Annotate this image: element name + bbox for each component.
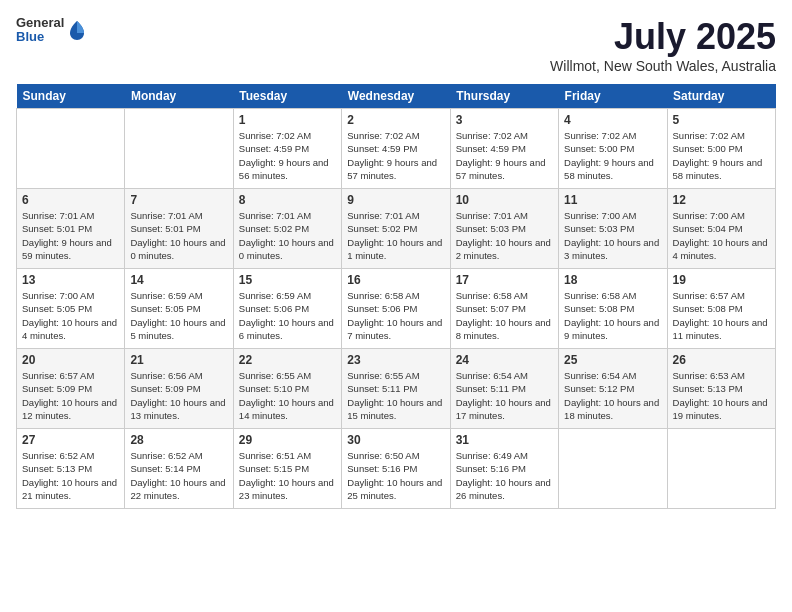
day-number: 7 — [130, 193, 227, 207]
day-number: 16 — [347, 273, 444, 287]
day-info: Sunrise: 7:02 AM Sunset: 5:00 PM Dayligh… — [673, 129, 770, 182]
calendar-cell: 3 Sunrise: 7:02 AM Sunset: 4:59 PM Dayli… — [450, 109, 558, 189]
page-header: General Blue July 2025 Willmot, New Sout… — [16, 16, 776, 74]
day-info: Sunrise: 6:49 AM Sunset: 5:16 PM Dayligh… — [456, 449, 553, 502]
calendar-week-1: 1 Sunrise: 7:02 AM Sunset: 4:59 PM Dayli… — [17, 109, 776, 189]
calendar-table: SundayMondayTuesdayWednesdayThursdayFrid… — [16, 84, 776, 509]
day-info: Sunrise: 7:00 AM Sunset: 5:03 PM Dayligh… — [564, 209, 661, 262]
day-number: 30 — [347, 433, 444, 447]
day-number: 6 — [22, 193, 119, 207]
month-year-title: July 2025 — [550, 16, 776, 58]
day-info: Sunrise: 6:50 AM Sunset: 5:16 PM Dayligh… — [347, 449, 444, 502]
day-info: Sunrise: 7:01 AM Sunset: 5:02 PM Dayligh… — [347, 209, 444, 262]
day-info: Sunrise: 7:00 AM Sunset: 5:04 PM Dayligh… — [673, 209, 770, 262]
calendar-week-4: 20 Sunrise: 6:57 AM Sunset: 5:09 PM Dayl… — [17, 349, 776, 429]
day-number: 4 — [564, 113, 661, 127]
day-info: Sunrise: 7:01 AM Sunset: 5:02 PM Dayligh… — [239, 209, 336, 262]
calendar-cell: 17 Sunrise: 6:58 AM Sunset: 5:07 PM Dayl… — [450, 269, 558, 349]
day-number: 3 — [456, 113, 553, 127]
day-info: Sunrise: 6:52 AM Sunset: 5:13 PM Dayligh… — [22, 449, 119, 502]
day-info: Sunrise: 7:01 AM Sunset: 5:01 PM Dayligh… — [130, 209, 227, 262]
day-number: 13 — [22, 273, 119, 287]
day-info: Sunrise: 7:02 AM Sunset: 4:59 PM Dayligh… — [347, 129, 444, 182]
day-number: 19 — [673, 273, 770, 287]
day-number: 17 — [456, 273, 553, 287]
day-header-tuesday: Tuesday — [233, 84, 341, 109]
day-info: Sunrise: 7:01 AM Sunset: 5:03 PM Dayligh… — [456, 209, 553, 262]
day-info: Sunrise: 6:54 AM Sunset: 5:12 PM Dayligh… — [564, 369, 661, 422]
logo: General Blue — [16, 16, 86, 45]
calendar-cell: 23 Sunrise: 6:55 AM Sunset: 5:11 PM Dayl… — [342, 349, 450, 429]
day-info: Sunrise: 6:57 AM Sunset: 5:09 PM Dayligh… — [22, 369, 119, 422]
calendar-cell: 9 Sunrise: 7:01 AM Sunset: 5:02 PM Dayli… — [342, 189, 450, 269]
calendar-cell: 24 Sunrise: 6:54 AM Sunset: 5:11 PM Dayl… — [450, 349, 558, 429]
day-number: 11 — [564, 193, 661, 207]
day-info: Sunrise: 6:52 AM Sunset: 5:14 PM Dayligh… — [130, 449, 227, 502]
day-header-saturday: Saturday — [667, 84, 775, 109]
day-number: 10 — [456, 193, 553, 207]
calendar-cell: 6 Sunrise: 7:01 AM Sunset: 5:01 PM Dayli… — [17, 189, 125, 269]
title-section: July 2025 Willmot, New South Wales, Aust… — [550, 16, 776, 74]
day-info: Sunrise: 7:02 AM Sunset: 5:00 PM Dayligh… — [564, 129, 661, 182]
calendar-cell: 2 Sunrise: 7:02 AM Sunset: 4:59 PM Dayli… — [342, 109, 450, 189]
calendar-cell: 31 Sunrise: 6:49 AM Sunset: 5:16 PM Dayl… — [450, 429, 558, 509]
day-number: 21 — [130, 353, 227, 367]
day-number: 29 — [239, 433, 336, 447]
calendar-cell: 27 Sunrise: 6:52 AM Sunset: 5:13 PM Dayl… — [17, 429, 125, 509]
day-number: 26 — [673, 353, 770, 367]
calendar-cell — [559, 429, 667, 509]
day-number: 8 — [239, 193, 336, 207]
day-info: Sunrise: 6:59 AM Sunset: 5:06 PM Dayligh… — [239, 289, 336, 342]
day-header-monday: Monday — [125, 84, 233, 109]
day-number: 12 — [673, 193, 770, 207]
day-info: Sunrise: 6:57 AM Sunset: 5:08 PM Dayligh… — [673, 289, 770, 342]
calendar-cell — [667, 429, 775, 509]
day-number: 24 — [456, 353, 553, 367]
calendar-cell: 13 Sunrise: 7:00 AM Sunset: 5:05 PM Dayl… — [17, 269, 125, 349]
calendar-cell: 12 Sunrise: 7:00 AM Sunset: 5:04 PM Dayl… — [667, 189, 775, 269]
day-info: Sunrise: 7:01 AM Sunset: 5:01 PM Dayligh… — [22, 209, 119, 262]
calendar-cell: 15 Sunrise: 6:59 AM Sunset: 5:06 PM Dayl… — [233, 269, 341, 349]
logo-text: General Blue — [16, 16, 64, 45]
day-info: Sunrise: 6:58 AM Sunset: 5:07 PM Dayligh… — [456, 289, 553, 342]
day-number: 2 — [347, 113, 444, 127]
calendar-cell: 22 Sunrise: 6:55 AM Sunset: 5:10 PM Dayl… — [233, 349, 341, 429]
day-info: Sunrise: 7:02 AM Sunset: 4:59 PM Dayligh… — [239, 129, 336, 182]
day-info: Sunrise: 6:55 AM Sunset: 5:11 PM Dayligh… — [347, 369, 444, 422]
day-number: 22 — [239, 353, 336, 367]
day-number: 31 — [456, 433, 553, 447]
logo-general: General — [16, 16, 64, 30]
day-number: 14 — [130, 273, 227, 287]
calendar-cell: 28 Sunrise: 6:52 AM Sunset: 5:14 PM Dayl… — [125, 429, 233, 509]
day-info: Sunrise: 6:56 AM Sunset: 5:09 PM Dayligh… — [130, 369, 227, 422]
calendar-header-row: SundayMondayTuesdayWednesdayThursdayFrid… — [17, 84, 776, 109]
day-number: 15 — [239, 273, 336, 287]
day-number: 28 — [130, 433, 227, 447]
day-info: Sunrise: 6:54 AM Sunset: 5:11 PM Dayligh… — [456, 369, 553, 422]
day-info: Sunrise: 6:58 AM Sunset: 5:08 PM Dayligh… — [564, 289, 661, 342]
calendar-week-5: 27 Sunrise: 6:52 AM Sunset: 5:13 PM Dayl… — [17, 429, 776, 509]
day-number: 27 — [22, 433, 119, 447]
day-info: Sunrise: 6:55 AM Sunset: 5:10 PM Dayligh… — [239, 369, 336, 422]
day-info: Sunrise: 7:02 AM Sunset: 4:59 PM Dayligh… — [456, 129, 553, 182]
day-number: 23 — [347, 353, 444, 367]
calendar-cell: 7 Sunrise: 7:01 AM Sunset: 5:01 PM Dayli… — [125, 189, 233, 269]
calendar-cell: 20 Sunrise: 6:57 AM Sunset: 5:09 PM Dayl… — [17, 349, 125, 429]
logo-icon — [68, 19, 86, 41]
calendar-cell: 11 Sunrise: 7:00 AM Sunset: 5:03 PM Dayl… — [559, 189, 667, 269]
calendar-cell: 18 Sunrise: 6:58 AM Sunset: 5:08 PM Dayl… — [559, 269, 667, 349]
calendar-cell: 4 Sunrise: 7:02 AM Sunset: 5:00 PM Dayli… — [559, 109, 667, 189]
day-number: 9 — [347, 193, 444, 207]
location-label: Willmot, New South Wales, Australia — [550, 58, 776, 74]
calendar-cell: 21 Sunrise: 6:56 AM Sunset: 5:09 PM Dayl… — [125, 349, 233, 429]
calendar-cell: 10 Sunrise: 7:01 AM Sunset: 5:03 PM Dayl… — [450, 189, 558, 269]
day-number: 20 — [22, 353, 119, 367]
calendar-cell: 8 Sunrise: 7:01 AM Sunset: 5:02 PM Dayli… — [233, 189, 341, 269]
day-header-sunday: Sunday — [17, 84, 125, 109]
calendar-cell: 14 Sunrise: 6:59 AM Sunset: 5:05 PM Dayl… — [125, 269, 233, 349]
logo-blue: Blue — [16, 30, 64, 44]
day-number: 1 — [239, 113, 336, 127]
calendar-cell: 5 Sunrise: 7:02 AM Sunset: 5:00 PM Dayli… — [667, 109, 775, 189]
day-info: Sunrise: 6:51 AM Sunset: 5:15 PM Dayligh… — [239, 449, 336, 502]
calendar-cell: 25 Sunrise: 6:54 AM Sunset: 5:12 PM Dayl… — [559, 349, 667, 429]
